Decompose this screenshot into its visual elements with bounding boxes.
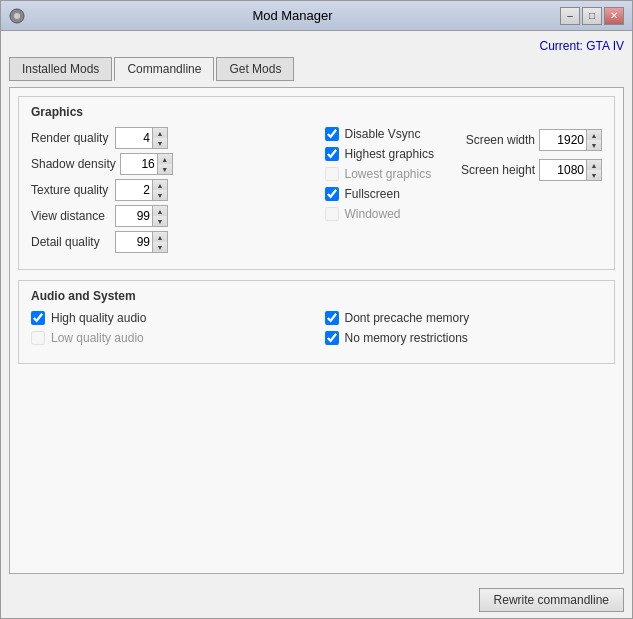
windowed-label: Windowed xyxy=(345,207,401,221)
detail-quality-spinner-btns: ▲ ▼ xyxy=(152,232,167,252)
render-quality-down[interactable]: ▼ xyxy=(153,138,167,148)
screen-height-label: Screen height xyxy=(455,163,535,177)
disable-vsync-label: Disable Vsync xyxy=(345,127,421,141)
window-title: Mod Manager xyxy=(25,8,560,23)
maximize-button[interactable]: □ xyxy=(582,7,602,25)
screen-width-down[interactable]: ▼ xyxy=(587,140,601,150)
graphics-title: Graphics xyxy=(31,105,602,119)
lowest-graphics-row: Lowest graphics xyxy=(325,167,444,181)
texture-quality-up[interactable]: ▲ xyxy=(153,180,167,190)
high-quality-audio-row: High quality audio xyxy=(31,311,309,325)
windowed-checkbox[interactable] xyxy=(325,207,339,221)
view-distance-up[interactable]: ▲ xyxy=(153,206,167,216)
screen-height-spinner: ▲ ▼ xyxy=(539,159,602,181)
render-quality-spinner: ▲ ▼ xyxy=(115,127,168,149)
screen-width-row: Screen width ▲ ▼ xyxy=(455,129,602,151)
detail-quality-up[interactable]: ▲ xyxy=(153,232,167,242)
detail-quality-input[interactable] xyxy=(116,232,152,252)
footer: Rewrite commandline xyxy=(1,582,632,618)
low-quality-audio-checkbox[interactable] xyxy=(31,331,45,345)
windowed-row: Windowed xyxy=(325,207,444,221)
disable-vsync-checkbox[interactable] xyxy=(325,127,339,141)
graphics-section: Graphics Render quality ▲ ▼ xyxy=(18,96,615,270)
tab-installed-mods[interactable]: Installed Mods xyxy=(9,57,112,81)
window-controls: – □ ✕ xyxy=(560,7,624,25)
graphics-checkboxes: Disable Vsync Highest graphics Lowest gr… xyxy=(325,127,444,227)
highest-graphics-label: Highest graphics xyxy=(345,147,434,161)
screen-size-fields: Screen width ▲ ▼ xyxy=(455,127,602,227)
app-icon xyxy=(9,8,25,24)
shadow-density-label: Shadow density xyxy=(31,157,116,171)
audio-right: Dont precache memory No memory restricti… xyxy=(325,311,603,351)
minimize-button[interactable]: – xyxy=(560,7,580,25)
disable-vsync-row: Disable Vsync xyxy=(325,127,444,141)
graphics-fields: Render quality ▲ ▼ Shadow density xyxy=(31,127,309,257)
render-quality-row: Render quality ▲ ▼ xyxy=(31,127,309,149)
shadow-density-down[interactable]: ▼ xyxy=(158,164,172,174)
fullscreen-checkbox[interactable] xyxy=(325,187,339,201)
dont-precache-row: Dont precache memory xyxy=(325,311,603,325)
view-distance-spinner: ▲ ▼ xyxy=(115,205,168,227)
texture-quality-label: Texture quality xyxy=(31,183,111,197)
render-quality-input[interactable] xyxy=(116,128,152,148)
lowest-graphics-label: Lowest graphics xyxy=(345,167,432,181)
no-memory-restrictions-label: No memory restrictions xyxy=(345,331,468,345)
detail-quality-label: Detail quality xyxy=(31,235,111,249)
tab-bar: Installed Mods Commandline Get Mods xyxy=(9,57,624,81)
texture-quality-input[interactable] xyxy=(116,180,152,200)
screen-width-spinner-btns: ▲ ▼ xyxy=(586,130,601,150)
no-memory-restrictions-row: No memory restrictions xyxy=(325,331,603,345)
content-area: Current: GTA IV Installed Mods Commandli… xyxy=(1,31,632,582)
dont-precache-checkbox[interactable] xyxy=(325,311,339,325)
graphics-options: Disable Vsync Highest graphics Lowest gr… xyxy=(325,127,603,257)
shadow-density-input[interactable] xyxy=(121,154,157,174)
texture-quality-spinner-btns: ▲ ▼ xyxy=(152,180,167,200)
lowest-graphics-checkbox[interactable] xyxy=(325,167,339,181)
screen-height-input[interactable] xyxy=(540,160,586,180)
view-distance-row: View distance ▲ ▼ xyxy=(31,205,309,227)
shadow-density-up[interactable]: ▲ xyxy=(158,154,172,164)
render-quality-up[interactable]: ▲ xyxy=(153,128,167,138)
shadow-density-spinner: ▲ ▼ xyxy=(120,153,173,175)
texture-quality-down[interactable]: ▼ xyxy=(153,190,167,200)
audio-section: Audio and System High quality audio Low … xyxy=(18,280,615,364)
screen-width-spinner: ▲ ▼ xyxy=(539,129,602,151)
shadow-density-row: Shadow density ▲ ▼ xyxy=(31,153,309,175)
render-quality-spinner-btns: ▲ ▼ xyxy=(152,128,167,148)
screen-width-up[interactable]: ▲ xyxy=(587,130,601,140)
tab-get-mods[interactable]: Get Mods xyxy=(216,57,294,81)
tab-commandline[interactable]: Commandline xyxy=(114,57,214,81)
detail-quality-row: Detail quality ▲ ▼ xyxy=(31,231,309,253)
close-button[interactable]: ✕ xyxy=(604,7,624,25)
low-quality-audio-row: Low quality audio xyxy=(31,331,309,345)
dont-precache-label: Dont precache memory xyxy=(345,311,470,325)
screen-height-up[interactable]: ▲ xyxy=(587,160,601,170)
audio-grid: High quality audio Low quality audio Don… xyxy=(31,311,602,351)
high-quality-audio-label: High quality audio xyxy=(51,311,146,325)
high-quality-audio-checkbox[interactable] xyxy=(31,311,45,325)
texture-quality-row: Texture quality ▲ ▼ xyxy=(31,179,309,201)
screen-width-input[interactable] xyxy=(540,130,586,150)
view-distance-down[interactable]: ▼ xyxy=(153,216,167,226)
render-quality-label: Render quality xyxy=(31,131,111,145)
rewrite-commandline-button[interactable]: Rewrite commandline xyxy=(479,588,624,612)
highest-graphics-row: Highest graphics xyxy=(325,147,444,161)
commandline-panel: Graphics Render quality ▲ ▼ xyxy=(9,87,624,574)
shadow-density-spinner-btns: ▲ ▼ xyxy=(157,154,172,174)
fullscreen-row: Fullscreen xyxy=(325,187,444,201)
screen-height-spinner-btns: ▲ ▼ xyxy=(586,160,601,180)
detail-quality-down[interactable]: ▼ xyxy=(153,242,167,252)
screen-width-label: Screen width xyxy=(455,133,535,147)
main-window: Mod Manager – □ ✕ Current: GTA IV Instal… xyxy=(0,0,633,619)
view-distance-label: View distance xyxy=(31,209,111,223)
audio-left: High quality audio Low quality audio xyxy=(31,311,309,351)
texture-quality-spinner: ▲ ▼ xyxy=(115,179,168,201)
view-distance-spinner-btns: ▲ ▼ xyxy=(152,206,167,226)
highest-graphics-checkbox[interactable] xyxy=(325,147,339,161)
title-bar: Mod Manager – □ ✕ xyxy=(1,1,632,31)
no-memory-restrictions-checkbox[interactable] xyxy=(325,331,339,345)
screen-height-down[interactable]: ▼ xyxy=(587,170,601,180)
view-distance-input[interactable] xyxy=(116,206,152,226)
detail-quality-spinner: ▲ ▼ xyxy=(115,231,168,253)
audio-title: Audio and System xyxy=(31,289,602,303)
